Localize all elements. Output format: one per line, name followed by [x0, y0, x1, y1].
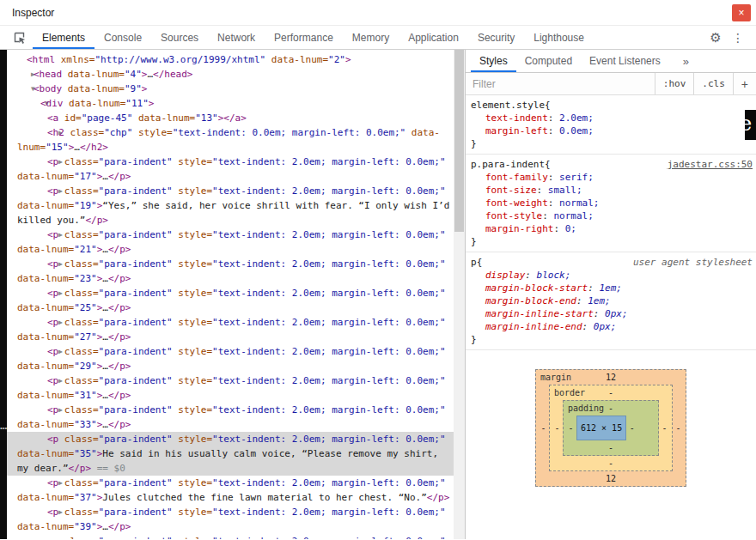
expand-arrow-icon[interactable]: ▶: [38, 403, 47, 417]
box-model-diagram[interactable]: margin 12 - border - -: [535, 369, 686, 487]
inspect-element-icon[interactable]: [7, 26, 33, 49]
tree-node-line[interactable]: ▶<p class="para-indent" style="text-inde…: [7, 286, 454, 315]
tree-node-line[interactable]: ▶<head data-lnum="4">…</head>: [7, 67, 454, 82]
more-menu-icon[interactable]: ⋮: [727, 26, 749, 49]
tree-node-line[interactable]: ▶<p class="para-indent" style="text-inde…: [7, 228, 454, 257]
expand-arrow-icon[interactable]: ▶: [38, 534, 47, 539]
styles-filter-input[interactable]: [466, 73, 655, 94]
styles-rules: element.style {text-indent: 2.0em;margin…: [466, 95, 756, 350]
tree-node-line[interactable]: <p class="para-indent" style="text-inden…: [7, 432, 454, 476]
expand-arrow-icon[interactable]: ▶: [38, 373, 47, 388]
attr-name-token: class=: [58, 229, 98, 240]
tree-node-line[interactable]: ▼<body data-lnum="9">: [7, 82, 454, 96]
tag-open-token: <head: [34, 69, 62, 80]
close-button[interactable]: ×: [732, 4, 751, 21]
tab-console[interactable]: Console: [94, 26, 151, 49]
tab-sources[interactable]: Sources: [151, 26, 208, 49]
css-property[interactable]: display: block;: [471, 269, 753, 282]
expand-arrow-icon[interactable]: ▶: [38, 228, 47, 242]
expand-arrow-icon[interactable]: ▶: [38, 315, 47, 330]
tree-node-line[interactable]: ▶<p class="para-indent" style="text-inde…: [7, 315, 454, 344]
sidebar-tab-event-listeners[interactable]: Event Listeners: [581, 50, 669, 72]
css-property[interactable]: font-weight: normal;: [471, 197, 753, 209]
css-property[interactable]: margin-block-start: 1em;: [471, 282, 753, 294]
css-property[interactable]: margin-block-end: 1em;: [471, 294, 753, 307]
tree-node-line[interactable]: ▶<p class="para-indent" style="text-inde…: [7, 476, 454, 505]
sidebar-tab-styles[interactable]: Styles: [471, 50, 516, 72]
property-name: display: [485, 270, 525, 281]
devtools-main: ••• <html xmlns="http://www.w3.org/1999/…: [0, 50, 756, 539]
tree-node-line[interactable]: ▶<p class="para-indent" style="text-inde…: [7, 344, 454, 373]
property-colon: :: [576, 295, 588, 306]
tab-elements[interactable]: Elements: [33, 26, 94, 49]
expand-arrow-icon[interactable]: ▶: [38, 476, 47, 490]
attr-name-token: style=: [173, 185, 212, 197]
new-style-rule-button[interactable]: +: [733, 73, 756, 94]
css-property[interactable]: margin-left: 0.0em;: [471, 124, 753, 137]
attr-value-token: "37": [74, 492, 97, 503]
css-property[interactable]: margin-inline-end: 0px;: [471, 320, 753, 333]
tree-node-line[interactable]: ▶<p class="para-indent" style="text-inde…: [7, 257, 454, 286]
tab-application[interactable]: Application: [399, 26, 468, 49]
attr-name-token: data-lnum=: [17, 390, 74, 401]
stylesheet-link[interactable]: jadestar.css:50: [661, 158, 753, 171]
tab-performance[interactable]: Performance: [265, 26, 343, 49]
attr-value-token: "text-indent: 2.0em; margin-left: 0.0em;…: [212, 185, 446, 197]
scrollbar-thumb[interactable]: [454, 50, 464, 232]
tree-node-line[interactable]: ▶<h2 class="chp" style="text-indent: 0.0…: [7, 125, 454, 155]
property-value: 2.0em;: [559, 112, 594, 124]
overflow-tabs-icon[interactable]: »: [674, 50, 698, 72]
tree-node-line[interactable]: ▶<p class="para-indent" style="text-inde…: [7, 155, 454, 184]
css-property[interactable]: margin-right: 0;: [471, 222, 753, 235]
expand-arrow-icon[interactable]: ▶: [38, 155, 47, 169]
expand-arrow-icon[interactable]: ▶: [38, 286, 47, 300]
attr-value-token: "http://www.w3.org/1999/xhtml": [94, 54, 265, 65]
attr-name-token: data-lnum=: [17, 448, 74, 459]
expand-arrow-icon[interactable]: ▼: [31, 96, 40, 111]
attr-value-token: "para-indent": [99, 375, 173, 386]
sidebar-tab-computed[interactable]: Computed: [516, 50, 581, 72]
attr-value-token: "text-indent: 2.0em; margin-left: 0.0em;…: [212, 229, 446, 240]
css-property[interactable]: font-size: small;: [471, 184, 753, 197]
tab-lighthouse[interactable]: Lighthouse: [524, 26, 594, 49]
attr-value-token: "11": [125, 98, 149, 109]
expand-arrow-icon[interactable]: ▶: [38, 184, 47, 198]
padding-right-value: -: [626, 422, 637, 434]
expand-arrow-icon[interactable]: ▼: [24, 82, 34, 96]
toggle-element-state-button[interactable]: :hov: [655, 73, 694, 94]
tag-open-token: <h2: [47, 127, 64, 138]
css-property[interactable]: margin-inline-start: 0px;: [471, 307, 753, 320]
tab-security[interactable]: Security: [468, 26, 524, 49]
tree-node-line[interactable]: ▼<div data-lnum="11">: [7, 96, 454, 111]
rule-header: element.style {: [471, 99, 753, 112]
dom-tree-scrollbar[interactable]: [454, 50, 465, 539]
tab-network[interactable]: Network: [208, 26, 265, 49]
styles-content: element.style {text-indent: 2.0em;margin…: [466, 95, 756, 539]
attr-name-token: style=: [173, 536, 212, 539]
tree-node-line[interactable]: ▶<p class="para-indent" style="text-inde…: [7, 184, 454, 228]
tree-node-line[interactable]: ▶<p class="para-indent" style="text-inde…: [7, 403, 454, 432]
tree-node-line[interactable]: ▶<p class="para-indent" style="text-inde…: [7, 505, 454, 534]
expand-arrow-icon[interactable]: ▶: [38, 257, 47, 271]
tree-node-line[interactable]: <a id="page-45" data-lnum="13"></a>: [7, 111, 454, 125]
tag-close-token: </p>: [427, 492, 450, 503]
expand-arrow-icon[interactable]: ▶: [24, 67, 34, 82]
expand-arrow-icon[interactable]: ▶: [38, 344, 47, 359]
css-property[interactable]: font-style: normal;: [471, 209, 753, 222]
css-property[interactable]: text-indent: 2.0em;: [471, 112, 753, 124]
settings-gear-icon[interactable]: ⚙: [704, 26, 727, 49]
expand-arrow-icon[interactable]: ▶: [38, 125, 47, 140]
css-property[interactable]: font-family: serif;: [471, 171, 753, 184]
tree-node-line[interactable]: ▶<p class="para-indent" style="text-inde…: [7, 534, 454, 539]
rule-selector[interactable]: p: [471, 256, 477, 269]
element-classes-button[interactable]: .cls: [693, 73, 733, 94]
attr-name-token: class=: [58, 346, 98, 357]
rule-selector[interactable]: p.para-indent: [471, 158, 545, 171]
tab-memory[interactable]: Memory: [343, 26, 399, 49]
page-behind-left-strip: •••: [0, 50, 7, 539]
tree-node-line[interactable]: ▶<p class="para-indent" style="text-inde…: [7, 373, 454, 403]
expand-arrow-icon[interactable]: ▶: [38, 505, 47, 519]
tree-node-line[interactable]: <html xmlns="http://www.w3.org/1999/xhtm…: [7, 52, 454, 67]
rule-selector[interactable]: element.style: [471, 99, 545, 112]
tag-open-token: <html: [27, 54, 55, 65]
